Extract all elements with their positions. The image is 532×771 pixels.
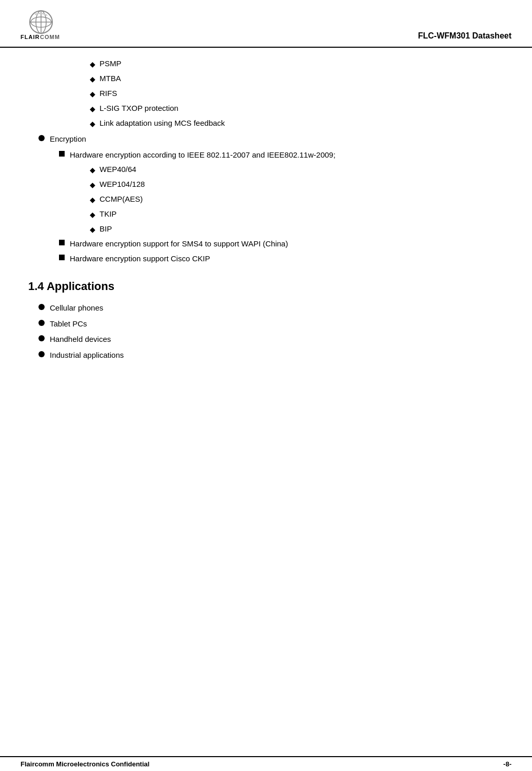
ckip-text: Hardware encryption support Cisco CKIP	[70, 253, 504, 265]
hw-encryption-text: Hardware encryption according to IEEE 80…	[70, 149, 504, 161]
app-text: Handheld devices	[50, 334, 504, 345]
list-item: ◆ WEP40/64	[28, 164, 504, 176]
item-text: PSMP	[100, 58, 504, 70]
footer-right: -8-	[503, 760, 511, 768]
diamond-icon: ◆	[90, 195, 95, 205]
app-text: Industrial applications	[50, 350, 504, 361]
svg-text:FLAIR: FLAIR	[21, 34, 40, 40]
list-item: ◆ MTBA	[28, 73, 504, 85]
app-text: Cellular phones	[50, 302, 504, 314]
item-text: WEP40/64	[100, 164, 504, 176]
logo-area: FLAIR COMM	[21, 9, 67, 43]
flaircomm-logo: FLAIR COMM	[21, 9, 67, 43]
diamond-icon: ◆	[90, 224, 95, 235]
diamond-icon: ◆	[90, 165, 95, 176]
diamond-icon: ◆	[90, 209, 95, 220]
list-item: ◆ BIP	[28, 223, 504, 235]
square-bullet	[59, 255, 65, 260]
diamond-icon: ◆	[90, 180, 95, 190]
item-text: BIP	[100, 223, 504, 235]
preceding-bullets: ◆ PSMP ◆ MTBA ◆ RIFS ◆ L-SIG TXOP protec…	[28, 58, 504, 129]
item-text: MTBA	[100, 73, 504, 85]
item-text: WEP104/128	[100, 179, 504, 190]
list-item: ◆ L-SIG TXOP protection	[28, 103, 504, 114]
circle-bullet	[38, 135, 45, 141]
item-text: RIFS	[100, 88, 504, 100]
wep-items: ◆ WEP40/64 ◆ WEP104/128 ◆ CCMP(AES) ◆ TK…	[28, 164, 504, 235]
list-item: ◆ RIFS	[28, 88, 504, 100]
app-item: Industrial applications	[28, 350, 504, 361]
list-item: ◆ Link adaptation using MCS feedback	[28, 118, 504, 129]
item-text: L-SIG TXOP protection	[100, 103, 504, 114]
footer-left: Flaircomm Microelectronics Confidential	[21, 760, 149, 768]
sms4-text: Hardware encryption support for SMS4 to …	[70, 238, 504, 250]
encryption-label: Encryption	[50, 133, 504, 145]
sms4-item: Hardware encryption support for SMS4 to …	[28, 238, 504, 250]
diamond-icon: ◆	[90, 74, 95, 85]
circle-bullet	[38, 335, 45, 341]
item-text: TKIP	[100, 208, 504, 220]
ckip-item: Hardware encryption support Cisco CKIP	[28, 253, 504, 265]
applications-heading: 1.4 Applications	[28, 280, 504, 293]
applications-list: Cellular phones Tablet PCs Handheld devi…	[28, 302, 504, 361]
list-item: ◆ PSMP	[28, 58, 504, 70]
circle-bullet	[38, 351, 45, 357]
hw-encryption-item: Hardware encryption according to IEEE 80…	[28, 149, 504, 161]
page-header: FLAIR COMM FLC-WFM301 Datasheet	[0, 0, 532, 48]
main-content: ◆ PSMP ◆ MTBA ◆ RIFS ◆ L-SIG TXOP protec…	[0, 48, 532, 375]
diamond-icon: ◆	[90, 104, 95, 114]
svg-text:COMM: COMM	[40, 34, 60, 40]
square-bullet	[59, 240, 65, 245]
app-item: Tablet PCs	[28, 318, 504, 330]
circle-bullet	[38, 320, 45, 326]
document-title: FLC-WFM301 Datasheet	[418, 31, 511, 43]
list-item: ◆ WEP104/128	[28, 179, 504, 190]
app-item: Handheld devices	[28, 334, 504, 345]
diamond-icon: ◆	[90, 89, 95, 100]
page-footer: Flaircomm Microelectronics Confidential …	[0, 756, 532, 771]
item-text: Link adaptation using MCS feedback	[100, 118, 504, 129]
list-item: ◆ CCMP(AES)	[28, 194, 504, 205]
app-item: Cellular phones	[28, 302, 504, 314]
encryption-item: Encryption	[28, 133, 504, 145]
app-text: Tablet PCs	[50, 318, 504, 330]
circle-bullet	[38, 304, 45, 310]
page-wrapper: FLAIR COMM FLC-WFM301 Datasheet ◆ PSMP ◆…	[0, 0, 532, 771]
diamond-icon: ◆	[90, 59, 95, 70]
diamond-icon: ◆	[90, 119, 95, 129]
item-text: CCMP(AES)	[100, 194, 504, 205]
square-bullet	[59, 151, 65, 157]
list-item: ◆ TKIP	[28, 208, 504, 220]
